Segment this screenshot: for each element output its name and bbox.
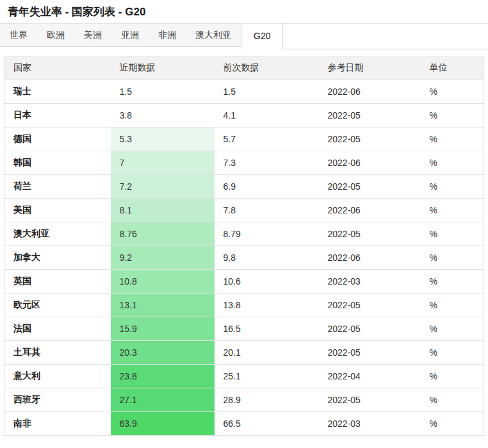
cell-country: 欧元区 <box>4 294 111 317</box>
table-row: 法国15.916.52022-05% <box>4 317 484 341</box>
cell-unit: % <box>421 341 484 365</box>
cell-date: 2022-06 <box>319 151 421 175</box>
cell-date: 2022-05 <box>319 104 421 128</box>
cell-latest: 23.8 <box>111 365 215 388</box>
cell-unit: % <box>421 270 484 294</box>
cell-latest: 7.2 <box>111 175 215 199</box>
cell-unit: % <box>421 246 484 270</box>
tab-asia[interactable]: 亚洲 <box>111 24 149 47</box>
countries-table: 国家近期数据前次数据参考日期单位 瑞士1.51.52022-06%日本3.84.… <box>4 56 484 436</box>
cell-previous: 7.8 <box>215 199 319 222</box>
cell-previous: 7.3 <box>215 151 319 175</box>
tab-g20[interactable]: G20 <box>241 24 283 50</box>
inactive-tab-group: 世界欧洲美洲亚洲非洲澳大利亚 <box>0 24 241 47</box>
cell-latest: 13.1 <box>111 294 215 317</box>
cell-latest: 8.76 <box>111 222 215 246</box>
cell-date: 2022-03 <box>319 270 421 294</box>
cell-previous: 6.9 <box>215 175 319 199</box>
page-header: 青年失业率 - 国家列表 - G20 <box>0 0 488 23</box>
cell-country: 南非 <box>4 412 111 436</box>
table-row: 韩国77.32022-06% <box>4 151 484 175</box>
tab-africa[interactable]: 非洲 <box>149 24 186 47</box>
cell-previous: 16.5 <box>215 317 319 341</box>
cell-unit: % <box>421 151 484 175</box>
cell-latest: 8.1 <box>111 199 215 222</box>
cell-previous: 66.5 <box>215 412 319 436</box>
table-row: 荷兰7.26.92022-05% <box>4 175 484 199</box>
cell-previous: 13.8 <box>215 294 319 317</box>
cell-unit: % <box>421 222 484 246</box>
cell-country: 英国 <box>4 270 111 294</box>
cell-latest: 27.1 <box>111 388 215 412</box>
cell-previous: 8.79 <box>215 222 319 246</box>
cell-date: 2022-06 <box>319 246 421 270</box>
cell-date: 2022-05 <box>319 222 421 246</box>
table-row: 瑞士1.51.52022-06% <box>4 80 484 104</box>
table-row: 澳大利亚8.768.792022-05% <box>4 222 484 246</box>
cell-unit: % <box>421 365 484 388</box>
tab-bar-filler <box>283 24 488 49</box>
table-row: 德国5.35.72022-05% <box>4 128 484 151</box>
cell-latest: 15.9 <box>111 317 215 341</box>
cell-previous: 9.8 <box>215 246 319 270</box>
column-header-latest: 近期数据 <box>111 56 215 80</box>
cell-unit: % <box>421 388 484 412</box>
cell-previous: 25.1 <box>215 365 319 388</box>
tab-europe[interactable]: 欧洲 <box>37 24 74 47</box>
cell-previous: 20.1 <box>215 341 319 365</box>
cell-latest: 1.5 <box>111 80 215 104</box>
column-header-unit: 单位 <box>421 56 484 80</box>
table-header-row: 国家近期数据前次数据参考日期单位 <box>4 56 484 80</box>
cell-unit: % <box>421 80 484 104</box>
cell-date: 2022-05 <box>319 341 421 365</box>
cell-country: 荷兰 <box>4 175 111 199</box>
table-row: 日本3.84.12022-05% <box>4 104 484 128</box>
cell-country: 美国 <box>4 199 111 222</box>
cell-latest: 10.8 <box>111 270 215 294</box>
cell-date: 2022-06 <box>319 80 421 104</box>
column-header-country: 国家 <box>4 56 111 80</box>
cell-unit: % <box>421 412 484 436</box>
tab-world[interactable]: 世界 <box>0 24 37 47</box>
cell-latest: 7 <box>111 151 215 175</box>
cell-unit: % <box>421 199 484 222</box>
column-header-date: 参考日期 <box>319 56 421 80</box>
cell-unit: % <box>421 317 484 341</box>
cell-date: 2022-05 <box>319 294 421 317</box>
cell-country: 意大利 <box>4 365 111 388</box>
cell-date: 2022-05 <box>319 128 421 151</box>
tab-americas[interactable]: 美洲 <box>74 24 111 47</box>
cell-unit: % <box>421 104 484 128</box>
table-row: 英国10.810.62022-03% <box>4 270 484 294</box>
cell-previous: 1.5 <box>215 80 319 104</box>
cell-country: 法国 <box>4 317 111 341</box>
cell-latest: 20.3 <box>111 341 215 365</box>
cell-unit: % <box>421 175 484 199</box>
cell-previous: 10.6 <box>215 270 319 294</box>
table-header: 国家近期数据前次数据参考日期单位 <box>4 56 484 80</box>
cell-unit: % <box>421 128 484 151</box>
cell-country: 德国 <box>4 128 111 151</box>
cell-country: 韩国 <box>4 151 111 175</box>
cell-latest: 9.2 <box>111 246 215 270</box>
cell-country: 澳大利亚 <box>4 222 111 246</box>
table-row: 土耳其20.320.12022-05% <box>4 341 484 365</box>
cell-date: 2022-03 <box>319 412 421 436</box>
cell-country: 西班牙 <box>4 388 111 412</box>
tab-australia[interactable]: 澳大利亚 <box>186 24 241 47</box>
cell-date: 2022-05 <box>319 317 421 341</box>
table-row: 意大利23.825.12022-04% <box>4 365 484 388</box>
cell-latest: 63.9 <box>111 412 215 436</box>
table-row: 西班牙27.128.92022-05% <box>4 388 484 412</box>
column-header-previous: 前次数据 <box>215 56 319 80</box>
cell-unit: % <box>421 294 484 317</box>
cell-country: 加拿大 <box>4 246 111 270</box>
table-row: 美国8.17.82022-06% <box>4 199 484 222</box>
page-title: 青年失业率 - 国家列表 - G20 <box>8 6 480 19</box>
countries-table-container: 国家近期数据前次数据参考日期单位 瑞士1.51.52022-06%日本3.84.… <box>4 56 484 436</box>
cell-previous: 5.7 <box>215 128 319 151</box>
cell-date: 2022-06 <box>319 199 421 222</box>
table-body: 瑞士1.51.52022-06%日本3.84.12022-05%德国5.35.7… <box>4 80 484 436</box>
cell-latest: 3.8 <box>111 104 215 128</box>
cell-country: 瑞士 <box>4 80 111 104</box>
